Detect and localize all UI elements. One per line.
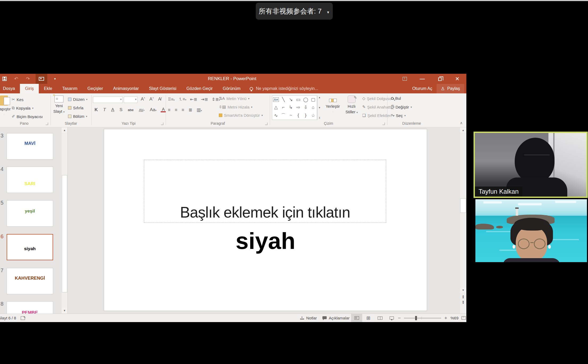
rectangle-shape-icon[interactable]: ▭ — [296, 97, 300, 102]
slideshow-view-button[interactable] — [386, 314, 397, 322]
undo-button[interactable] — [12, 75, 20, 83]
tab-slayt-gosterisi[interactable]: Slayt Gösterisi — [144, 84, 181, 93]
increase-indent-button[interactable]: ⇥≣ — [201, 97, 208, 102]
font-color-button[interactable]: A — [161, 107, 166, 112]
strikethrough-button[interactable]: abe — [127, 108, 135, 112]
sign-in-button[interactable]: Oturum Aç — [408, 84, 437, 93]
scribble-shape-icon[interactable]: ∿ — [274, 113, 278, 118]
star-shape-icon[interactable]: ☆ — [311, 113, 315, 118]
grow-font-button[interactable]: A˄ — [140, 97, 146, 102]
thumbnail-panel-scrollbar[interactable]: ▲ ▼ — [62, 127, 67, 314]
smartart-button[interactable]: SmartArt'a Dönüştür ▾ — [219, 113, 263, 118]
shapes-gallery-scrollbar[interactable]: ▲ ▼ ⊼ — [317, 96, 322, 120]
arrow-shape-icon[interactable]: ↘ — [289, 97, 293, 102]
left-brace-shape-icon[interactable]: { — [297, 113, 299, 118]
format-painter-button[interactable]: ✐ Biçim Boyacısı — [12, 114, 43, 119]
font-dialog-launcher[interactable] — [161, 123, 163, 125]
section-button[interactable]: Bölüm ▾ — [68, 114, 87, 119]
quick-styles-button[interactable]: Hızlı Stiller ▾ — [343, 96, 360, 114]
justify-button[interactable]: ≣ — [189, 107, 192, 113]
text-shadow-button[interactable]: S — [118, 107, 123, 112]
video-tile-active-speaker[interactable]: Tayfun Kalkan — [474, 132, 588, 198]
scroll-up-button[interactable]: ▲ — [62, 127, 67, 133]
zoom-in-button[interactable]: + — [444, 315, 447, 321]
slide-sorter-view-button[interactable] — [363, 314, 374, 322]
notes-page-button[interactable] — [21, 314, 25, 322]
textbox-shape-icon[interactable]: A≡ — [273, 97, 279, 102]
paste-button[interactable]: Yapıştır — [0, 96, 10, 117]
text-direction-button[interactable]: ⇅A Metin Yönü ▾ — [219, 96, 249, 101]
scroll-down-button[interactable]: ▼ — [460, 287, 466, 293]
close-button[interactable] — [452, 74, 463, 84]
align-right-button[interactable]: ≡ — [182, 107, 184, 113]
slide-body-text[interactable]: siyah — [104, 227, 427, 254]
slide-thumbnail-8[interactable]: PEMBE — [7, 301, 53, 314]
slide-thumbnail-6-selected[interactable]: siyah — [7, 234, 53, 260]
font-name-combo[interactable] — [93, 97, 123, 103]
align-left-button[interactable]: ≡ — [168, 107, 171, 113]
numbering-button[interactable]: ⒈≡▾ — [178, 97, 186, 102]
tell-me-search[interactable]: Ne yapmak istediğinizi söyleyin... — [245, 84, 322, 93]
tab-tasarim[interactable]: Tasarım — [57, 84, 82, 93]
align-text-button[interactable]: ⇳▤ Metni Hizala ▾ — [219, 105, 252, 109]
gallery-down-icon[interactable]: ▼ — [318, 106, 321, 109]
collapse-ribbon-button[interactable]: ∧ — [460, 121, 463, 125]
bullets-button[interactable]: ⠿≡▾ — [168, 97, 175, 102]
share-button[interactable]: Paylaş — [437, 84, 464, 93]
reading-view-button[interactable] — [374, 314, 386, 322]
cut-button[interactable]: ✂ Kes — [12, 97, 23, 102]
tab-gorunum[interactable]: Görünüm — [218, 84, 246, 93]
next-slide-button[interactable]: ▼▼ — [460, 300, 466, 305]
line-shape-icon[interactable]: ╲ — [282, 97, 285, 102]
replace-button[interactable]: abac Değiştir ▾ — [391, 105, 412, 109]
tab-gecisler[interactable]: Geçişler — [82, 84, 108, 93]
copy-button[interactable]: ⧉ Kopyala ▾ — [12, 106, 33, 110]
right-brace-shape-icon[interactable]: } — [305, 113, 306, 118]
font-size-combo[interactable] — [124, 97, 138, 103]
arrange-button[interactable]: Yerleştir — [324, 96, 342, 114]
video-tile-participant[interactable] — [475, 199, 587, 262]
change-case-button[interactable]: Aa▾ — [149, 107, 157, 112]
reset-button[interactable]: Sıfırla — [68, 106, 83, 110]
columns-button[interactable]: ▥▾ — [197, 107, 202, 113]
comments-toggle-button[interactable]: Açıklamalar — [322, 314, 350, 322]
find-button[interactable]: Bul — [391, 96, 401, 101]
triangle-shape-icon[interactable]: △ — [274, 105, 278, 110]
layout-button[interactable]: Düzen ▾ — [68, 97, 87, 102]
bold-button[interactable]: K — [93, 107, 99, 112]
participants-dropdown-button[interactable]: 所有非视频参会者: 7 — [256, 3, 333, 20]
previous-slide-button[interactable]: ▲▲ — [460, 294, 466, 299]
tab-ekle[interactable]: Ekle — [39, 84, 57, 93]
scroll-down-button[interactable]: ▼ — [62, 308, 67, 313]
slide-thumbnail-7[interactable]: KAHVERENGİ — [7, 268, 53, 294]
main-vertical-scrollbar[interactable]: ▲ ▼ ▲▲ ▼▼ — [460, 127, 466, 314]
tab-dosya[interactable]: Dosya — [0, 84, 20, 93]
character-spacing-button[interactable]: AV▾ — [138, 108, 146, 112]
decrease-indent-button[interactable]: ⇤≣ — [190, 97, 197, 102]
notes-toggle-button[interactable]: Notlar — [300, 314, 317, 322]
slide-thumbnail-4[interactable]: SARI — [7, 167, 53, 193]
shrink-font-button[interactable]: A˅ — [148, 97, 155, 102]
restore-button[interactable] — [434, 74, 445, 84]
fit-to-window-button[interactable] — [462, 316, 466, 320]
normal-view-button[interactable] — [351, 314, 362, 322]
zoom-slider-thumb[interactable] — [415, 316, 417, 320]
drawing-dialog-launcher[interactable] — [382, 123, 385, 125]
slide-canvas[interactable]: Başlık eklemek için tıklatın siyah — [104, 129, 427, 311]
zoom-level-text[interactable]: %69 — [450, 316, 458, 320]
scroll-up-button[interactable]: ▲ — [460, 127, 466, 133]
select-button[interactable]: ↖ Seç ▾ — [391, 113, 406, 118]
shapes-gallery[interactable]: A≡ ╲ ↘ ▭ ◯ ▢ △ ⌐ ↳ ⇨ ⇩ ⌂ ∿ ⌒ ~ { } — [272, 96, 317, 120]
customize-qat-button[interactable] — [51, 75, 59, 83]
underline-button[interactable]: A — [110, 107, 115, 112]
new-slide-button[interactable]: Yeni Slayt ▾ — [52, 96, 66, 114]
gallery-more-icon[interactable]: ⊼ — [319, 117, 321, 119]
elbow-connector-icon[interactable]: ⌐ — [282, 105, 285, 110]
arc-shape-icon[interactable]: ⌒ — [281, 112, 286, 119]
gallery-up-icon[interactable]: ▲ — [318, 96, 321, 99]
minimize-button[interactable] — [417, 74, 428, 84]
rounded-rect-shape-icon[interactable]: ▢ — [311, 97, 315, 102]
italic-button[interactable]: T — [102, 107, 107, 112]
slide-thumbnail-5[interactable]: yeşil — [7, 200, 53, 227]
ribbon-display-options-button[interactable] — [399, 74, 410, 84]
